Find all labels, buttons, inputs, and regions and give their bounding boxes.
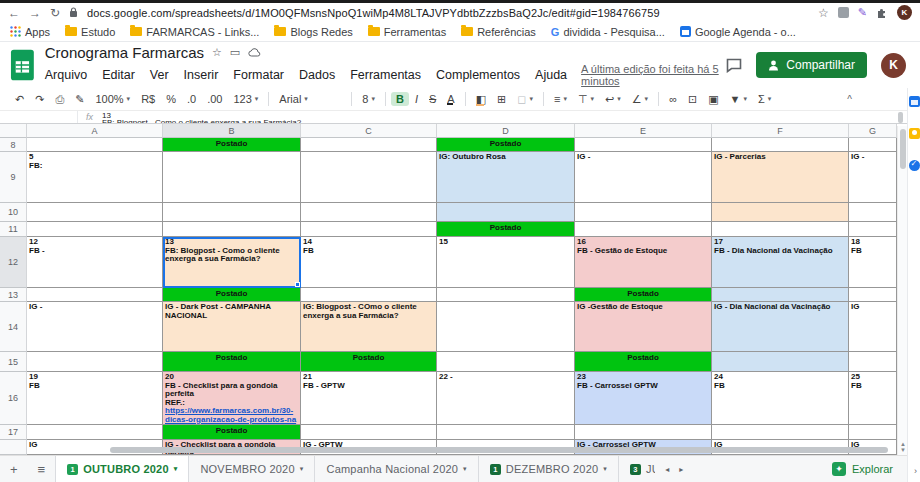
menu-dados[interactable]: Dados: [299, 68, 335, 82]
cell-C8[interactable]: [301, 138, 437, 152]
tasks-icon[interactable]: [909, 160, 920, 171]
paint-format-icon[interactable]: ✎: [70, 92, 89, 107]
extension-icon[interactable]: [838, 7, 849, 18]
add-sheet-button[interactable]: +: [0, 462, 28, 477]
hide-side-panel-icon[interactable]: ›: [914, 466, 917, 476]
cell-A8[interactable]: [27, 138, 163, 152]
pencil-extension-icon[interactable]: ✎: [858, 6, 867, 19]
menu-inserir[interactable]: Inserir: [184, 68, 219, 82]
selection-fill-handle[interactable]: [295, 282, 300, 287]
text-color-button[interactable]: A: [442, 92, 459, 106]
cell-F9[interactable]: IG - Parcerias: [712, 152, 849, 203]
column-header-D[interactable]: D: [437, 124, 575, 138]
cell-F14[interactable]: IG - Dia Nacional da Vacinação: [712, 302, 849, 352]
cell-C12[interactable]: 14 FB: [301, 237, 437, 288]
insert-comment-icon[interactable]: ⊡: [683, 92, 702, 107]
cell-D8[interactable]: Postado: [437, 138, 575, 152]
cell-G15[interactable]: [849, 352, 897, 372]
zoom-select[interactable]: 100%▾: [90, 92, 135, 106]
reload-icon[interactable]: ↻: [50, 6, 60, 20]
cell-B13[interactable]: Postado: [163, 288, 301, 302]
row-header-15[interactable]: 15: [0, 352, 27, 372]
cell-D10[interactable]: [437, 203, 575, 222]
url-text[interactable]: docs.google.com/spreadsheets/d/1MO0QFMsn…: [87, 7, 809, 19]
cell-D11[interactable]: Postado: [437, 222, 575, 237]
forward-icon[interactable]: →: [29, 6, 41, 20]
row-header-11[interactable]: 11: [0, 222, 27, 237]
column-header-E[interactable]: E: [575, 124, 712, 138]
bookmark-blogs-redes[interactable]: Blogs Redes: [274, 26, 352, 38]
sheet-tab-novembro-2020[interactable]: NOVEMBRO 2020▾: [189, 456, 315, 482]
cell-A17[interactable]: [27, 425, 163, 440]
menu-arquivo[interactable]: Arquivo: [45, 68, 87, 82]
row-header-17[interactable]: 17: [0, 425, 27, 440]
cell-F13[interactable]: [712, 288, 849, 302]
cell-G14[interactable]: IG: [849, 302, 897, 352]
last-edit-link[interactable]: A última edição foi feita há 5 minutos: [581, 63, 726, 87]
cell-F11[interactable]: [712, 222, 849, 237]
menu-complementos[interactable]: Complementos: [436, 68, 520, 82]
strikethrough-button[interactable]: S: [424, 92, 441, 106]
cell-D14[interactable]: [437, 302, 575, 352]
cell-E17[interactable]: [575, 425, 712, 440]
back-icon[interactable]: ←: [8, 6, 20, 20]
horizontal-scrollbar[interactable]: [110, 447, 888, 453]
sheet-tab-outubro-2020[interactable]: 1OUTUBRO 2020▾: [55, 456, 189, 482]
tab-scroll-right-icon[interactable]: ▸: [679, 465, 683, 474]
increase-decimals-button[interactable]: .00: [202, 92, 227, 106]
bookmark-star-icon[interactable]: ☆: [818, 6, 829, 20]
cell-G12[interactable]: 18 FB: [849, 237, 897, 288]
all-sheets-button[interactable]: ≡: [28, 462, 56, 477]
column-header-G[interactable]: G: [849, 124, 897, 138]
account-avatar[interactable]: K: [881, 53, 906, 78]
collapse-toolbar-icon[interactable]: ^: [847, 94, 852, 105]
bold-button[interactable]: B: [391, 92, 409, 106]
bookmark-apps[interactable]: Apps: [10, 26, 50, 38]
bookmark-farmarcas-links[interactable]: FARMARCAS - Links...: [130, 26, 259, 38]
cell-A13[interactable]: [27, 288, 163, 302]
cell-B16[interactable]: 20 FB - Checklist para a gondola perfeit…: [163, 372, 301, 425]
italic-button[interactable]: I: [410, 92, 423, 106]
cell-C10[interactable]: [301, 203, 437, 222]
cell-D13[interactable]: [437, 288, 575, 302]
filter-icon[interactable]: ▼▾: [725, 92, 752, 106]
print-icon[interactable]: ⎙: [50, 92, 69, 107]
cell-E14[interactable]: IG -Gestão de Estoque: [575, 302, 712, 352]
cell-A14[interactable]: IG -: [27, 302, 163, 352]
cell-E15[interactable]: Postado: [575, 352, 712, 372]
tab-menu-caret-icon[interactable]: ▾: [603, 465, 607, 473]
cell-E12[interactable]: 16 FB - Gestão de Estoque: [575, 237, 712, 288]
more-formats-button[interactable]: 123▾: [228, 92, 263, 106]
column-header-A[interactable]: A: [27, 124, 163, 138]
row-header-12[interactable]: 12: [0, 237, 27, 288]
cell-G9[interactable]: IG -: [849, 152, 897, 203]
cell-G10[interactable]: [849, 203, 897, 222]
cell-C15[interactable]: Postado: [301, 352, 437, 372]
tab-menu-caret-icon[interactable]: ▾: [174, 465, 178, 473]
cell-F8[interactable]: [712, 138, 849, 152]
cell-B15[interactable]: Postado: [163, 352, 301, 372]
star-document-icon[interactable]: ☆: [212, 46, 222, 59]
sheet-tab-dezembro-2020[interactable]: 1DEZEMBRO 2020▾: [479, 456, 619, 482]
cell-E11[interactable]: [575, 222, 712, 237]
font-size-select[interactable]: 8▾: [357, 92, 380, 106]
cell-E8[interactable]: [575, 138, 712, 152]
menu-ver[interactable]: Ver: [150, 68, 169, 82]
cell-D9[interactable]: IG: Outubro Rosa: [437, 152, 575, 203]
horizontal-align-icon[interactable]: ≡▾: [549, 92, 572, 106]
merge-cells-icon[interactable]: ◻▾: [512, 92, 538, 107]
cell-link[interactable]: https://www.farmarcas.com.br/30-dicas-or…: [165, 407, 298, 425]
cell-B12[interactable]: 13 FB: Blogpost - Como o cliente enxerga…: [163, 237, 301, 288]
vertical-align-icon[interactable]: ⊤▾: [573, 92, 599, 107]
share-button[interactable]: Compartilhar: [756, 52, 867, 78]
insert-chart-icon[interactable]: ▣: [703, 92, 723, 107]
cell-A15[interactable]: [27, 352, 163, 372]
redo-icon[interactable]: ↷: [30, 92, 49, 107]
menu-ferramentas[interactable]: Ferramentas: [350, 68, 421, 82]
row-header-13[interactable]: 13: [0, 288, 27, 302]
formula-input[interactable]: 13 FB: Blogpost - Como o cliente enxerga…: [102, 111, 301, 123]
undo-icon[interactable]: ↶: [10, 92, 29, 107]
cell-B8[interactable]: Postado: [163, 138, 301, 152]
column-header-B[interactable]: B: [163, 124, 301, 138]
vertical-scrollbar[interactable]: ▲▼: [897, 126, 907, 455]
